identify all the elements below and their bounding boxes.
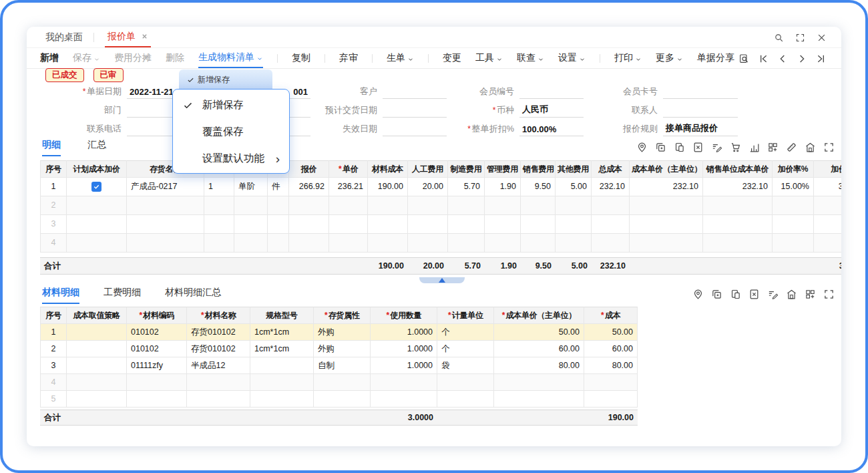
table-cell[interactable]: 010102: [127, 341, 187, 357]
paste-icon[interactable]: [674, 142, 685, 153]
column-header[interactable]: 销售单位成本单价: [703, 160, 773, 178]
table-cell[interactable]: [250, 374, 314, 391]
table-cell[interactable]: [67, 391, 127, 408]
close-tab-icon[interactable]: [141, 33, 148, 40]
column-header[interactable]: 报价: [289, 160, 329, 178]
table-cell[interactable]: 4: [40, 234, 67, 253]
table-cell[interactable]: 1: [40, 178, 67, 196]
table-cell[interactable]: 单阶: [234, 178, 268, 196]
table-cell[interactable]: [250, 391, 314, 408]
table-cell[interactable]: 2: [40, 341, 67, 357]
save-menu-peek[interactable]: 新增保存: [179, 69, 272, 90]
table-cell[interactable]: [592, 215, 630, 234]
column-header[interactable]: 序号: [40, 307, 67, 324]
table-cell[interactable]: [314, 374, 371, 391]
table-cell[interactable]: 190.00: [368, 178, 408, 196]
column-header[interactable]: *存货属性: [314, 307, 371, 324]
table-cell[interactable]: [485, 215, 521, 234]
tab-summary[interactable]: 汇总: [87, 139, 106, 156]
table-cell[interactable]: 5.70: [448, 178, 485, 196]
pin-icon[interactable]: [636, 142, 648, 153]
table-cell[interactable]: 外购: [314, 341, 371, 357]
table-cell[interactable]: 50.00: [584, 324, 638, 341]
table-cell[interactable]: [314, 391, 371, 408]
table-cell[interactable]: [494, 374, 584, 391]
table-cell[interactable]: 60.00: [584, 341, 638, 357]
search-icon[interactable]: [774, 33, 784, 43]
table-cell[interactable]: 236.21: [329, 178, 368, 196]
table-cell[interactable]: 232.10: [630, 178, 703, 196]
table-cell[interactable]: 4: [40, 374, 67, 391]
toolbar-change[interactable]: 变更: [443, 48, 461, 68]
table-cell[interactable]: [329, 234, 368, 253]
table-cell[interactable]: [448, 234, 485, 253]
grid-icon[interactable]: [805, 289, 816, 300]
table-cell[interactable]: [204, 234, 234, 253]
table-cell[interactable]: [204, 215, 234, 234]
cart-icon[interactable]: [730, 142, 741, 153]
table-cell[interactable]: [329, 215, 368, 234]
tab-quotation[interactable]: 报价单: [105, 27, 151, 47]
toolbar-save[interactable]: 保存: [73, 48, 100, 68]
table-cell[interactable]: 34.82: [814, 178, 841, 196]
nav-prev-icon[interactable]: [777, 53, 788, 64]
toolbar-cost-share[interactable]: 费用分摊: [114, 48, 152, 68]
table-cell[interactable]: [289, 215, 329, 234]
table-cell[interactable]: 80.00: [494, 357, 584, 374]
table-cell[interactable]: 20.00: [408, 178, 448, 196]
table-cell[interactable]: [408, 215, 448, 234]
fullscreen-icon[interactable]: [823, 142, 835, 153]
table-cell[interactable]: [773, 234, 814, 253]
table-cell[interactable]: [250, 357, 314, 374]
table-cell[interactable]: 3: [40, 215, 67, 234]
table-cell[interactable]: 1cm*1cm: [250, 341, 314, 357]
table-cell[interactable]: [234, 196, 268, 215]
column-header[interactable]: *材料编码: [127, 307, 187, 324]
table-cell[interactable]: 个: [437, 324, 494, 341]
toolbar-unapprove[interactable]: 弃审: [339, 48, 358, 68]
table-cell[interactable]: [204, 196, 234, 215]
table-cell[interactable]: [556, 196, 592, 215]
table-cell[interactable]: [67, 234, 127, 253]
toolbar-tools[interactable]: 工具: [475, 48, 503, 68]
doc-search-icon[interactable]: [738, 53, 749, 64]
expand-icon[interactable]: [795, 33, 805, 43]
tab-my-desktop[interactable]: 我的桌面: [45, 27, 83, 47]
excel-icon[interactable]: [692, 142, 704, 153]
table-cell[interactable]: 1: [204, 178, 234, 196]
table-cell[interactable]: [67, 341, 127, 357]
menu-item-overwrite-save[interactable]: 覆盖保存: [173, 118, 289, 145]
table-cell[interactable]: [289, 234, 329, 253]
column-header[interactable]: 计划成本加价: [67, 160, 127, 178]
table-cell[interactable]: [67, 357, 127, 374]
table-cell[interactable]: [329, 196, 368, 215]
table-cell[interactable]: 1.0000: [371, 357, 437, 374]
panel-splitter-handle[interactable]: [419, 277, 465, 283]
table-cell[interactable]: 袋: [437, 357, 494, 374]
table-cell[interactable]: 3: [40, 357, 67, 374]
toolbar-settings[interactable]: 设置: [558, 48, 586, 68]
table-cell[interactable]: [127, 215, 204, 234]
column-header[interactable]: 制造费用: [448, 160, 485, 178]
table-cell[interactable]: 232.10: [592, 178, 630, 196]
table-cell[interactable]: [268, 196, 289, 215]
table-cell[interactable]: [127, 234, 204, 253]
table-cell[interactable]: 266.92: [289, 178, 329, 196]
table-cell[interactable]: [584, 374, 638, 391]
table-cell[interactable]: [408, 196, 448, 215]
table-cell[interactable]: 自制: [314, 357, 371, 374]
toolbar-generate-bom[interactable]: 生成物料清单: [198, 48, 263, 68]
table-cell[interactable]: [437, 374, 494, 391]
table-cell[interactable]: 个: [437, 341, 494, 357]
table-cell[interactable]: 232.10: [703, 178, 773, 196]
table-cell[interactable]: [703, 196, 773, 215]
copy-icon[interactable]: [711, 289, 722, 300]
grid-icon[interactable]: [767, 142, 779, 153]
column-header[interactable]: *成本单价（主单位）: [494, 307, 584, 324]
nav-next-icon[interactable]: [797, 53, 807, 64]
table-cell[interactable]: [448, 215, 485, 234]
toolbar-generate-doc[interactable]: 生单: [387, 48, 414, 68]
table-cell[interactable]: [67, 215, 127, 234]
toolbar-delete[interactable]: 删除: [166, 48, 184, 68]
column-header[interactable]: 其他费用: [556, 160, 592, 178]
